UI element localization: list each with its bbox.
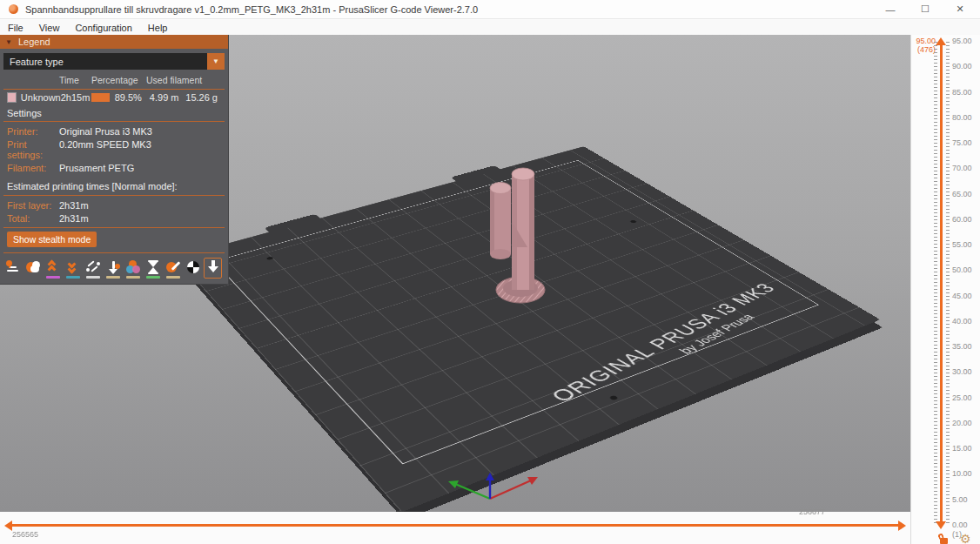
ruler-tick-label: 80.00 (952, 114, 978, 122)
ruler-tick-label: 65.00 (952, 191, 978, 198)
bed-tab (451, 165, 501, 182)
move-slider-track[interactable] (12, 524, 898, 527)
setting-row: Printer: Original Prusa i3 MK3 (0, 124, 228, 138)
bed-tab (264, 214, 320, 233)
settings-title: Settings (0, 104, 228, 121)
ruler-tick-label: 60.00 (952, 216, 978, 224)
custom-gcodes-icon[interactable] (164, 258, 182, 279)
view-options-toolbar (0, 253, 228, 284)
layer-slider-bottom-handle[interactable] (936, 521, 946, 529)
legend-panel-header[interactable]: ▼ Legend (0, 35, 228, 49)
ruler-tick-label: 70.00 (952, 165, 978, 172)
color-changes-icon[interactable] (124, 258, 142, 279)
feature-color-swatch (7, 92, 17, 103)
minimize-button[interactable]: — (884, 4, 896, 15)
toolpaths-toggle-icon[interactable] (204, 258, 222, 279)
gear-icon[interactable]: ⚙ (960, 532, 971, 544)
view-type-dropdown[interactable]: Feature type ▼ (3, 53, 225, 70)
ruler-tick-label: 45.00 (952, 292, 978, 300)
move-slider-right-value: 256677 (799, 507, 825, 516)
wipe-icon[interactable] (23, 258, 42, 279)
travels-icon[interactable] (3, 258, 22, 279)
layer-slider-top-value: 95.00 (476) (911, 37, 936, 54)
times-list: First layer: 2h31m Total: 2h31m (0, 196, 228, 227)
shells-icon[interactable] (184, 258, 202, 279)
time-row: First layer: 2h31m (0, 198, 228, 212)
app-logo-icon (9, 4, 18, 14)
estimated-times-title: Estimated printing times [Normal mode]: (0, 177, 228, 195)
layer-ruler-ticks-left (934, 42, 937, 525)
ruler-tick-label: 5.00 (952, 496, 978, 504)
view-type-value: Feature type (3, 53, 207, 70)
column-percentage: Percentage (91, 75, 142, 85)
ruler-tick-label: 90.00 (952, 63, 978, 71)
titlebar: Spannbandsupprullare till skruvdragare v… (0, 0, 980, 19)
menu-item[interactable]: View (31, 23, 68, 33)
ruler-tick-label: 85.00 (952, 89, 978, 97)
layer-slider-track[interactable] (940, 45, 943, 521)
legend-table-header: Time Percentage Used filament (0, 72, 228, 89)
print-bed: ORIGINAL PRUSA i3 MK3 by Josef Prusa (122, 35, 905, 512)
tool-changes-icon[interactable] (104, 258, 122, 279)
menu-item[interactable]: Help (140, 23, 176, 33)
layer-ruler-scale: 95.0090.0085.0080.0075.0070.0065.0060.00… (952, 37, 978, 529)
ruler-tick-label: 10.00 (952, 470, 978, 478)
column-time: Time (59, 75, 91, 85)
show-stealth-mode-button[interactable]: Show stealth mode (7, 232, 97, 247)
move-slider-right-handle[interactable] (898, 520, 906, 531)
percentage-bar-fill (91, 93, 110, 102)
ruler-tick-label: 75.00 (952, 139, 978, 147)
ruler-tick-label: 55.00 (952, 241, 978, 249)
feature-row-unknown: Unknown 2h15m 89.5% 4.99 m 15.26 g (0, 90, 228, 104)
layer-ruler-ticks-right (946, 42, 950, 525)
menu-item[interactable]: Configuration (67, 23, 139, 33)
ruler-tick-label: 15.00 (952, 445, 978, 453)
deretractions-icon[interactable] (64, 258, 82, 279)
close-button[interactable]: ✕ (954, 3, 966, 15)
layer-slider-top-handle[interactable] (936, 37, 946, 45)
settings-list: Printer: Original Prusa i3 MK3 Print set… (0, 122, 228, 177)
ruler-tick-label: 0.00 (952, 521, 978, 529)
setting-row: Filament: Prusament PETG (0, 161, 228, 174)
ruler-tick-label: 40.00 (952, 318, 978, 326)
dropdown-arrow-icon[interactable]: ▼ (207, 53, 225, 70)
retractions-icon[interactable] (44, 258, 62, 279)
layer-slider-panel: 95.00 (476) 95.0090.0085.0080.0075.0070.… (910, 35, 980, 544)
percentage-bar (91, 93, 112, 102)
legend-panel: ▼ Legend Feature type ▼ Time Percentage … (0, 35, 229, 285)
legend-title: Legend (18, 37, 50, 47)
column-used-filament: Used filament (142, 75, 220, 85)
setting-row: Print settings: 0.20mm SPEED MK3 (0, 138, 228, 161)
menu-item[interactable]: File (0, 23, 31, 33)
window-controls: — ☐ ✕ (884, 3, 966, 15)
ruler-tick-label: 30.00 (952, 368, 978, 376)
maximize-button[interactable]: ☐ (919, 3, 931, 15)
ruler-tick-label: 25.00 (952, 394, 978, 402)
prusaslicer-gcode-viewer-window: Spannbandsupprullare till skruvdragare v… (0, 0, 980, 544)
menubar: FileViewConfigurationHelp (0, 20, 980, 35)
unlock-icon[interactable] (938, 534, 949, 544)
window-title: Spannbandsupprullare till skruvdragare v… (25, 4, 884, 15)
move-slider-left-handle[interactable] (4, 520, 12, 531)
move-slider-left-value: 256565 (12, 530, 38, 539)
ruler-tick-label: 50.00 (952, 266, 978, 274)
move-slider-panel: 256677 256565 (0, 512, 910, 544)
ruler-tick-label: 95.00 (952, 37, 978, 45)
collapse-triangle-icon: ▼ (5, 38, 12, 46)
ruler-tick-label: 20.00 (952, 420, 978, 427)
seams-icon[interactable] (84, 258, 102, 279)
ruler-tick-label: 35.00 (952, 343, 978, 351)
pause-prints-icon[interactable] (144, 258, 162, 279)
time-row: Total: 2h31m (0, 212, 228, 225)
